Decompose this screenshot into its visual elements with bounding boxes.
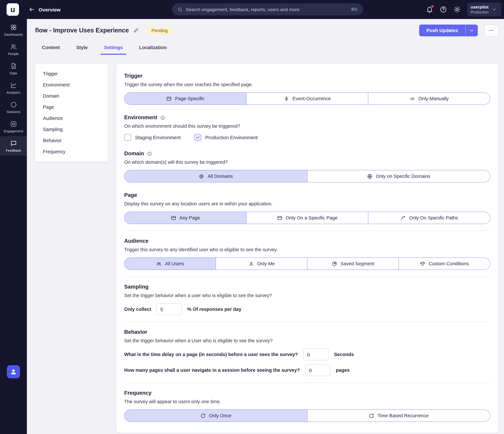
staging-environment-checkbox[interactable]: Staging Environment <box>124 134 181 141</box>
at-sign-icon <box>199 173 204 179</box>
settings-nav-sampling[interactable]: Sampling <box>35 124 108 135</box>
environment-checkboxes: Staging Environment Production Environme… <box>124 134 490 141</box>
people-icon <box>10 43 17 50</box>
tab-content[interactable]: Content <box>39 45 63 55</box>
behavior-pages-input[interactable] <box>305 364 331 376</box>
back-label: Overview <box>39 7 61 12</box>
page-header: flow - Improve Uses Experience Pending P… <box>27 19 504 36</box>
info-icon[interactable] <box>160 115 165 120</box>
option-time-based-recurrence[interactable]: Time Based Recurrence <box>307 410 490 422</box>
audience-description: Trigger this survey to any identified us… <box>124 247 490 253</box>
behavior-delay-input[interactable] <box>303 348 329 360</box>
settings-nav-trigger[interactable]: Trigger <box>35 68 108 79</box>
option-event-occurrence[interactable]: Event-Occurrence <box>246 93 368 105</box>
grid-icon <box>10 24 17 31</box>
info-icon[interactable] <box>147 151 152 156</box>
sidebar-item-analytics[interactable]: Analytics <box>0 78 27 97</box>
pie-chart-icon <box>332 261 337 266</box>
sidebar-item-label: Analytics <box>7 90 20 94</box>
behavior-delay-unit: Seconds <box>334 352 354 357</box>
settings-nav-page[interactable]: Page <box>35 102 108 113</box>
sidebar-item-feedback[interactable]: Feedback <box>0 136 27 156</box>
sidebar-item-data[interactable]: Data <box>0 59 27 78</box>
frequency-section: Frequency The survey will appear to user… <box>124 390 490 422</box>
edit-title-button[interactable] <box>133 28 139 33</box>
account-environment: Production <box>471 10 489 15</box>
search-input[interactable] <box>186 7 348 12</box>
userpilot-logo[interactable]: u <box>7 3 19 16</box>
option-any-page[interactable]: Any Page <box>125 212 246 224</box>
environment-description: On which environment should this survey … <box>124 123 490 129</box>
settings-panel: Trigger Trigger the survey when the user… <box>116 64 498 433</box>
sidebar: Dashboards People Data Analytics Session… <box>0 19 27 434</box>
settings-nav-behavior[interactable]: Behavior <box>35 135 108 146</box>
audience-section: Audience Trigger this survey to any iden… <box>124 238 490 270</box>
option-label: Only-Manually <box>418 96 449 101</box>
option-saved-segment[interactable]: Saved Segment <box>307 258 398 270</box>
divider <box>124 382 490 383</box>
settings-nav-audience[interactable]: Audience <box>35 113 108 124</box>
sidebar-item-people[interactable]: People <box>0 40 27 59</box>
settings-nav-environment[interactable]: Environment <box>35 79 108 90</box>
data-icon <box>10 62 17 69</box>
pencil-icon <box>133 28 139 33</box>
checkbox-label: Production Environment <box>205 135 258 140</box>
domain-options: All Domains Only on Specific Domains <box>124 170 490 182</box>
option-page-specific[interactable]: Page-Specific <box>125 93 246 105</box>
push-updates-dropdown-button[interactable] <box>465 25 478 36</box>
option-specific-paths[interactable]: Only On Specific Paths <box>368 212 490 224</box>
option-all-users[interactable]: All Users <box>125 258 216 270</box>
path-icon <box>400 215 406 221</box>
option-label: Page-Specific <box>175 96 205 101</box>
tab-localization[interactable]: Localization <box>136 45 170 55</box>
settings-content: Trigger Environment Domain Page Audience… <box>27 55 504 434</box>
topbar: u Overview ⌘K userpilot Prod <box>0 0 504 19</box>
audience-options: All Users Only Me Saved Segment <box>124 257 490 270</box>
sidebar-item-engagement[interactable]: Engagement <box>0 117 27 136</box>
option-only-manually[interactable]: Only-Manually <box>368 93 490 105</box>
frequency-options: Only Once Time Based Recurrence <box>124 409 490 422</box>
notifications-button[interactable] <box>426 6 433 13</box>
settings-nav-domain[interactable]: Domain <box>35 90 108 102</box>
status-badge: Pending <box>147 26 172 35</box>
domain-section: Domain On which domain(s) will this surv… <box>124 150 490 182</box>
option-label: Time Based Recurrence <box>378 413 429 418</box>
sampling-row: Only collect % Of responses per day <box>124 303 490 315</box>
tab-style[interactable]: Style <box>73 45 91 55</box>
option-label: Only On Specific Paths <box>409 215 458 221</box>
check-icon <box>196 135 200 140</box>
sampling-title: Sampling <box>124 283 490 290</box>
help-button[interactable] <box>440 6 447 13</box>
option-specific-domains[interactable]: Only on Specific Domains <box>307 170 490 182</box>
checkbox-unchecked <box>124 134 131 141</box>
environment-title: Environment <box>124 114 157 121</box>
environment-section: Environment On which environment should … <box>124 114 490 141</box>
option-custom-conditions[interactable]: Custom Conditions <box>398 258 490 270</box>
settings-nav-frequency[interactable]: Frequency <box>35 146 108 157</box>
page-options: Any Page Only On a Specific Page Only On… <box>124 212 490 224</box>
sidebar-item-sessions[interactable]: Sessions <box>0 97 27 117</box>
tab-settings[interactable]: Settings <box>101 45 126 55</box>
trigger-section: Trigger Trigger the survey when the user… <box>124 72 490 105</box>
option-only-once[interactable]: Only Once <box>125 410 307 422</box>
production-environment-checkbox[interactable]: Production Environment <box>195 134 258 141</box>
account-switcher[interactable]: userpilot Production <box>467 3 501 16</box>
arrow-left-icon <box>29 7 35 12</box>
back-button[interactable]: Overview <box>29 7 61 12</box>
more-options-button[interactable] <box>484 25 498 36</box>
behavior-section: Behavior Set the trigger behavior when a… <box>124 328 490 376</box>
sampling-percent-input[interactable] <box>156 303 182 315</box>
search-icon <box>177 7 182 12</box>
settings-button[interactable] <box>454 6 461 13</box>
chat-bubble-icon <box>10 140 17 147</box>
behavior-description: Set the trigger behavior when a User who… <box>124 338 490 344</box>
option-only-me[interactable]: Only Me <box>216 258 307 270</box>
ellipsis-icon <box>488 27 494 33</box>
user-avatar-button[interactable] <box>7 365 20 378</box>
sidebar-item-dashboards[interactable]: Dashboards <box>0 20 27 40</box>
chevron-down-icon <box>469 28 474 33</box>
sidebar-item-label: Feedback <box>6 148 21 152</box>
option-specific-page[interactable]: Only On a Specific Page <box>246 212 368 224</box>
push-updates-button[interactable]: Push Updates <box>419 25 465 36</box>
option-all-domains[interactable]: All Domains <box>125 170 307 182</box>
